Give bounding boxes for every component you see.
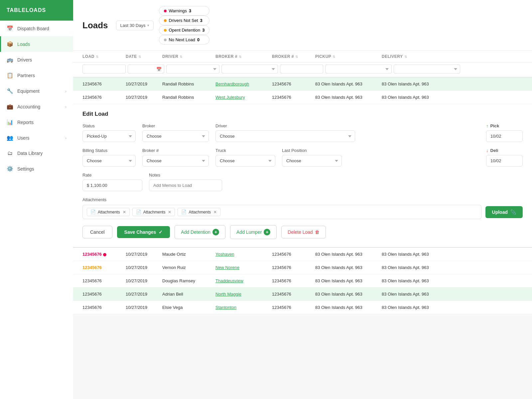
attachment-close-3[interactable]: ✕ — [213, 210, 217, 214]
cell-load: 12345676 — [82, 278, 126, 283]
cell-broker-link[interactable]: Yoshaven — [215, 252, 272, 257]
billing-status-label: Billing Status — [82, 148, 136, 153]
sidebar-item-loads[interactable]: 📦 Loads — [0, 36, 73, 52]
broker-group: Broker Choose — [142, 123, 209, 142]
date-filter-dropdown[interactable]: Last 30 Days ▾ — [116, 21, 154, 30]
attachment-icon-3: 📄 — [181, 209, 187, 214]
badge-no-next-load[interactable]: No Next Load 0 — [159, 35, 209, 45]
cell-broker-link[interactable]: New Norene — [215, 265, 272, 270]
cell-pickup: 83 Olen Islands Apt. 963 — [315, 265, 382, 270]
cell-broker-link[interactable]: Thaddeusview — [215, 278, 272, 283]
badge-label-no-next-load: No Next Load — [169, 37, 195, 42]
notes-group: Notes — [149, 173, 222, 191]
save-changes-button[interactable]: Save Changes ✓ — [117, 226, 170, 238]
badge-warnings[interactable]: Warnings 3 — [159, 6, 209, 16]
cell-broker-link[interactable]: West Julesbury — [215, 95, 272, 100]
chevron-right-icon: › — [65, 136, 66, 140]
delete-load-button[interactable]: Delete Load 🗑 — [281, 226, 326, 238]
sidebar-item-settings[interactable]: ⚙️ Settings — [0, 161, 73, 177]
rate-input[interactable] — [82, 180, 142, 191]
col-header-broker---4[interactable]: BROKER #⇅ — [272, 54, 315, 59]
sidebar-item-data-library[interactable]: 🗂 Data Library — [0, 146, 73, 161]
cell-broker-num: 12345676 — [272, 81, 315, 86]
col-header-delivery-6[interactable]: DELIVERY⇅ — [382, 54, 448, 59]
badge-open-detention[interactable]: Opent Detention 3 — [159, 25, 209, 35]
driver-select[interactable]: Choose — [215, 130, 355, 142]
cell-delivery: 83 Olen Islands Apt. 963 — [382, 265, 448, 270]
delivery-filter-select[interactable] — [394, 65, 460, 73]
attachment-tag-2: 📄 Attachments ✕ — [132, 208, 175, 216]
last-position-select[interactable]: Choose — [282, 155, 342, 167]
sidebar-item-label: Settings — [17, 166, 34, 172]
broker-num-select[interactable]: Choose — [142, 155, 209, 167]
table-row[interactable]: 12345676 10/27/2019 Randall Robbins Bern… — [73, 77, 532, 91]
pickup-filter-select[interactable] — [325, 65, 392, 73]
sidebar-item-drivers[interactable]: 🚌 Drivers — [0, 52, 73, 67]
save-changes-label: Save Changes — [124, 229, 156, 235]
calendar-icon: 📅 — [156, 66, 162, 71]
cell-delivery: 83 Olen Islands Apt. 963 — [382, 95, 448, 100]
table-row[interactable]: 12345676 10/27/2019 Douglas Ramsey Thadd… — [73, 274, 532, 288]
cell-driver: Adrian Bell — [162, 292, 215, 297]
cell-driver: Maude Ortiz — [162, 252, 215, 257]
chevron-down-icon: ▾ — [147, 23, 149, 28]
broker-num-filter-input[interactable] — [280, 65, 323, 73]
cell-date: 10/27/2019 — [126, 292, 162, 297]
cell-broker-num: 12345676 — [272, 305, 315, 310]
notes-label: Notes — [149, 173, 222, 178]
attachment-close-2[interactable]: ✕ — [168, 210, 171, 214]
page-title: Loads — [82, 20, 108, 31]
add-lumper-label: Add Lumper — [236, 229, 262, 235]
pick-label: ↑ Pick — [486, 123, 523, 128]
driver-group: Driver Choose — [215, 123, 355, 142]
sidebar-item-users[interactable]: 👥 Users › — [0, 130, 73, 146]
attachments-row: 📄 Attachments ✕ 📄 Attachments ✕ 📄 Attach… — [82, 205, 481, 219]
sidebar-item-accounting[interactable]: 💼 Accounting › — [0, 99, 73, 114]
sidebar-item-dispatch-board[interactable]: 📅 Dispatch Board — [0, 21, 73, 36]
cell-broker-link[interactable]: North Maggie — [215, 292, 272, 297]
sort-icon: ⇅ — [332, 55, 335, 59]
pick-date-input[interactable] — [486, 130, 523, 142]
arrow-down-icon: ↓ — [486, 148, 488, 153]
col-label: DRIVER — [162, 54, 178, 59]
sidebar-item-partners[interactable]: 📋 Partners — [0, 67, 73, 83]
truck-select[interactable]: Choose — [215, 155, 275, 167]
add-lumper-button[interactable]: Add Lumper + — [230, 225, 277, 239]
trash-icon: 🗑 — [315, 229, 320, 235]
last-position-group: Last Position Choose — [282, 148, 342, 167]
table-row[interactable]: 12345676 10/27/2019 Elsie Vega Stantonto… — [73, 301, 532, 314]
broker-filter-select[interactable] — [221, 65, 278, 73]
billing-status-select[interactable]: Choose — [82, 155, 136, 167]
sidebar-item-equipment[interactable]: 🔧 Equipment › — [0, 83, 73, 99]
add-detention-icon: + — [212, 229, 219, 235]
attachment-icon-2: 📄 — [136, 209, 141, 214]
col-header-pickup-5[interactable]: PICKUP⇅ — [315, 54, 382, 59]
load-filter-input[interactable] — [82, 65, 126, 73]
col-header-driver-2[interactable]: DRIVER⇅ — [162, 54, 215, 59]
upload-button[interactable]: Upload 📎 — [485, 206, 523, 218]
cell-pickup: 83 Olen Islands Apt. 963 — [315, 305, 382, 310]
equipment-icon: 🔧 — [7, 88, 13, 94]
col-label: PICKUP — [315, 54, 331, 59]
table-row[interactable]: 12345676 10/27/2019 Vernon Ruiz New Nore… — [73, 261, 532, 274]
col-header-broker---3[interactable]: BROKER #⇅ — [215, 54, 272, 59]
notes-input[interactable] — [149, 180, 222, 191]
status-select[interactable]: Picked-Up — [82, 130, 136, 142]
table-row[interactable]: 12345676 10/27/2019 Randall Robbins West… — [73, 91, 532, 104]
cancel-button[interactable]: Cancel — [82, 226, 112, 238]
add-detention-button[interactable]: Add Detention + — [175, 225, 225, 239]
col-header-load-0[interactable]: LOAD⇅ — [82, 54, 126, 59]
cell-broker-link[interactable]: Bernhardborough — [215, 81, 272, 86]
table-row[interactable]: 12345676 10/27/2019 Maude Ortiz Yoshaven… — [73, 248, 532, 261]
col-header-date-1[interactable]: DATE⇅ — [126, 54, 162, 59]
badge-drivers-not-set[interactable]: Drivers Not Set 3 — [159, 16, 209, 25]
attachment-icon-1: 📄 — [90, 209, 96, 214]
table-row[interactable]: 12345676 10/27/2019 Adrian Bell North Ma… — [73, 288, 532, 301]
attachment-close-1[interactable]: ✕ — [123, 210, 126, 214]
deli-date-input[interactable] — [486, 155, 523, 167]
cell-date: 10/27/2019 — [126, 81, 162, 86]
broker-select[interactable]: Choose — [142, 130, 209, 142]
driver-filter-select[interactable] — [166, 65, 219, 73]
cell-broker-link[interactable]: Stantonton — [215, 305, 272, 310]
sidebar-item-reports[interactable]: 📊 Reports — [0, 114, 73, 130]
